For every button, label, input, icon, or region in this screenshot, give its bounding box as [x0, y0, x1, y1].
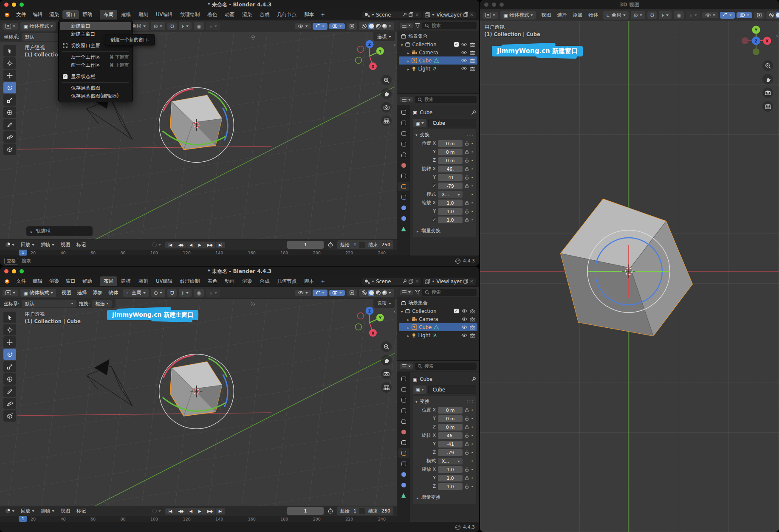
outliner-row-scene-collection[interactable]: 场景集合	[399, 32, 477, 40]
animate-dot-icon[interactable]	[471, 417, 473, 421]
menu-item-new-window[interactable]: 新建窗口	[60, 22, 131, 30]
tool-tab[interactable]	[398, 107, 409, 117]
timeline-ruler[interactable]: 20406080100120140160180200220240	[0, 516, 397, 522]
overlays-toggle[interactable]	[329, 23, 345, 29]
transform-orientation-dropdown[interactable]: 全局	[123, 289, 148, 297]
output-tab[interactable]	[398, 129, 409, 138]
perspective-toggle-button[interactable]	[381, 115, 392, 126]
collection-checkbox[interactable]	[454, 42, 459, 47]
options-dropdown[interactable]: 选项	[373, 32, 395, 41]
frame-start-field[interactable]: 1	[353, 241, 359, 249]
play-button[interactable]: ▶	[195, 242, 204, 248]
auto-keying-toggle[interactable]	[150, 508, 163, 514]
animate-dot-icon[interactable]	[471, 192, 473, 197]
animate-dot-icon[interactable]	[471, 408, 473, 412]
animate-dot-icon[interactable]	[471, 442, 473, 446]
animate-dot-icon[interactable]	[471, 201, 473, 205]
proportional-edit-toggle[interactable]	[674, 11, 684, 19]
wireframe-shading-button[interactable]	[362, 24, 367, 28]
workspace-tab[interactable]: 渲染	[238, 10, 256, 20]
drag-mode-dropdown[interactable]: 框选	[92, 300, 112, 307]
playback-menu[interactable]: 回放	[19, 507, 37, 515]
scene-selector[interactable]: Scene	[362, 278, 421, 285]
measure-tool-button[interactable]	[3, 398, 16, 409]
workspace-tab[interactable]: 纹理绘制	[176, 10, 203, 20]
delta-transform-panel-header[interactable]: 增量变换	[415, 494, 474, 501]
render-camera-icon[interactable]	[470, 309, 475, 313]
workspace-tab[interactable]: 着色	[203, 276, 221, 286]
show-gizmo-dropdown[interactable]	[295, 23, 311, 29]
minimize-window-button[interactable]	[12, 3, 16, 7]
menu-item-next-workspace[interactable]: 后一个工作区⌘ 下翻页	[59, 53, 133, 61]
menu-item-save-screenshot[interactable]: 保存屏幕截图	[59, 84, 133, 92]
animate-dot-icon[interactable]	[471, 484, 473, 489]
chevron-right-icon[interactable]	[407, 324, 409, 330]
menubar-menu[interactable]: 窗口	[62, 277, 79, 286]
menubar-menu[interactable]: 渲染	[46, 10, 62, 19]
proportional-falloff-dropdown[interactable]	[206, 22, 220, 30]
animate-dot-icon[interactable]	[471, 150, 473, 154]
workspace-tab[interactable]: 着色	[203, 10, 221, 20]
panel-grip-icon[interactable]	[467, 399, 474, 403]
workspace-tab[interactable]: 脚本	[300, 276, 318, 286]
zoom-button[interactable]	[381, 75, 392, 85]
snap-toggle[interactable]	[167, 289, 177, 297]
output-tab[interactable]	[398, 395, 409, 405]
navigation-gizmo[interactable]	[353, 39, 386, 71]
outliner-row-light[interactable]: Light	[399, 331, 477, 339]
transform-tool-button[interactable]	[3, 107, 16, 118]
frame-start-field[interactable]: 1	[353, 507, 359, 515]
object-data-tab[interactable]	[398, 224, 409, 234]
annotate-tool-button[interactable]	[3, 386, 16, 397]
object-name-field[interactable]: Cube	[428, 386, 476, 394]
render-camera-icon[interactable]	[470, 59, 475, 63]
next-keyframe-button[interactable]: ▶◆	[204, 508, 216, 515]
value-field[interactable]: -41	[438, 174, 463, 181]
select-tool-button[interactable]	[3, 312, 16, 323]
menubar-menu[interactable]: 帮助	[79, 10, 96, 19]
value-field[interactable]: -79	[438, 449, 463, 456]
proportional-edit-toggle[interactable]	[194, 289, 204, 297]
lock-icon[interactable]	[465, 442, 469, 446]
zoom-button[interactable]	[381, 341, 392, 352]
use-preview-range-toggle[interactable]	[326, 507, 335, 515]
close-icon[interactable]	[415, 279, 419, 284]
markers-menu[interactable]: 标记	[74, 241, 88, 249]
collection-tab[interactable]	[398, 438, 409, 447]
value-field[interactable]: -79	[438, 183, 463, 189]
viewport-menu[interactable]: 添加	[570, 11, 585, 19]
pin-icon[interactable]	[471, 110, 476, 115]
tool-tab[interactable]	[398, 374, 409, 383]
workspace-tab[interactable]: 雕刻	[135, 276, 152, 286]
minimize-window-button[interactable]	[12, 269, 16, 273]
lock-icon[interactable]	[465, 467, 469, 472]
delta-transform-panel-header[interactable]: 增量变换	[415, 228, 474, 234]
object-data-tab[interactable]	[398, 491, 409, 500]
timeline-ruler[interactable]: 20406080100120140160180200220240	[0, 250, 397, 256]
chevron-down-icon[interactable]	[401, 308, 403, 314]
snap-settings-dropdown[interactable]	[179, 289, 192, 297]
close-icon[interactable]	[470, 12, 474, 17]
play-button[interactable]: ▶	[195, 508, 204, 515]
overlays-toggle[interactable]	[329, 290, 345, 296]
hide-eye-icon[interactable]	[461, 309, 467, 313]
properties-editor-type-button[interactable]	[400, 363, 413, 369]
filter-funnel-icon[interactable]	[415, 23, 420, 28]
lock-icon[interactable]	[465, 141, 469, 146]
chevron-right-icon[interactable]	[407, 66, 409, 72]
overlays-toggle[interactable]	[737, 12, 752, 18]
collection-tab[interactable]	[398, 171, 409, 180]
value-field[interactable]: 0 m	[438, 149, 463, 155]
viewport-menu[interactable]: 物体	[105, 289, 121, 297]
outliner-row-camera[interactable]: Camera	[399, 315, 477, 323]
view-layer-tab[interactable]	[398, 406, 409, 415]
close-window-button[interactable]	[484, 3, 488, 7]
panel-grip-icon[interactable]	[467, 132, 474, 137]
animate-dot-icon[interactable]	[471, 459, 473, 463]
prev-keyframe-button[interactable]: ◀◆	[175, 242, 186, 248]
workspace-tab[interactable]: 纹理绘制	[176, 276, 203, 286]
collection-checkbox[interactable]	[454, 309, 459, 313]
render-camera-icon[interactable]	[470, 325, 475, 329]
hide-eye-icon[interactable]	[461, 42, 467, 46]
viewport-menu[interactable]: 添加	[90, 289, 105, 297]
